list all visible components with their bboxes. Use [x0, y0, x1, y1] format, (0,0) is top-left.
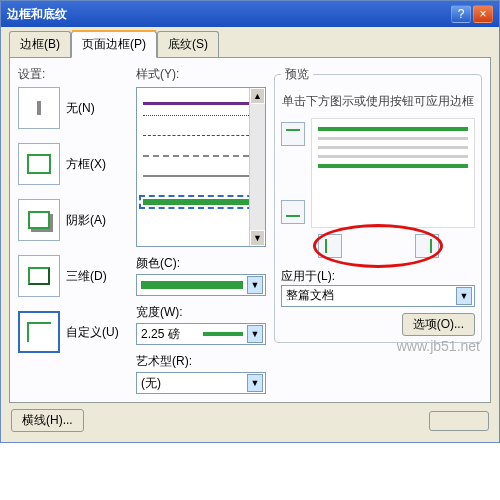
art-value: (无) — [141, 375, 247, 392]
apply-value: 整篇文档 — [286, 287, 456, 304]
setting-shadow[interactable]: 阴影(A) — [18, 199, 128, 241]
preview-bottom-buttons — [281, 234, 475, 258]
border-top-button[interactable] — [281, 122, 305, 146]
title-bar: 边框和底纹 ? × — [1, 1, 499, 27]
style-label: 样式(Y): — [136, 66, 266, 83]
art-dropdown[interactable]: (无) ▼ — [136, 372, 266, 394]
style-option-selected[interactable] — [143, 199, 259, 205]
style-scrollbar[interactable]: ▲ ▼ — [249, 88, 265, 246]
setting-custom-icon — [18, 311, 60, 353]
horizontal-line-button[interactable]: 横线(H)... — [11, 409, 84, 432]
scroll-up-icon[interactable]: ▲ — [250, 88, 265, 104]
border-bottom-button[interactable] — [281, 200, 305, 224]
tab-page-border[interactable]: 页面边框(P) — [71, 31, 157, 58]
chevron-down-icon: ▼ — [247, 325, 263, 343]
width-dropdown[interactable]: 2.25 磅 ▼ — [136, 323, 266, 345]
style-listbox[interactable]: ▲ ▼ — [136, 87, 266, 247]
dialog-footer: 横线(H)... — [9, 403, 491, 434]
style-option[interactable] — [143, 115, 259, 131]
apply-to-dropdown[interactable]: 整篇文档 ▼ — [281, 285, 475, 307]
tab-panel: 设置: 无(N) 方框(X) 阴影(A) 三维(D) — [9, 57, 491, 403]
tab-border[interactable]: 边框(B) — [9, 31, 71, 58]
setting-box[interactable]: 方框(X) — [18, 143, 128, 185]
color-swatch — [141, 281, 243, 289]
close-button[interactable]: × — [473, 5, 493, 23]
settings-label: 设置: — [18, 66, 128, 83]
setting-none-icon — [18, 87, 60, 129]
setting-custom[interactable]: 自定义(U) — [18, 311, 128, 353]
options-button[interactable]: 选项(O)... — [402, 313, 475, 336]
style-column: 样式(Y): ▲ ▼ 颜色(C): ▼ — [136, 66, 266, 394]
setting-box-label: 方框(X) — [66, 156, 106, 173]
border-left-button[interactable] — [318, 234, 342, 258]
preview-column: 预览 单击下方图示或使用按钮可应用边框 — [274, 66, 482, 394]
setting-none[interactable]: 无(N) — [18, 87, 128, 129]
width-value: 2.25 磅 — [141, 326, 203, 343]
setting-custom-label: 自定义(U) — [66, 324, 119, 341]
preview-hint: 单击下方图示或使用按钮可应用边框 — [281, 93, 475, 110]
setting-shadow-label: 阴影(A) — [66, 212, 106, 229]
preview-text-line — [318, 137, 468, 140]
style-option[interactable] — [143, 155, 259, 171]
style-option[interactable] — [143, 135, 259, 151]
width-swatch — [203, 332, 243, 336]
setting-3d-label: 三维(D) — [66, 268, 107, 285]
setting-shadow-icon — [18, 199, 60, 241]
setting-3d-icon — [18, 255, 60, 297]
preview-border-line — [318, 127, 468, 131]
window-title: 边框和底纹 — [7, 6, 67, 23]
setting-none-label: 无(N) — [66, 100, 95, 117]
preview-text-line — [318, 146, 468, 149]
tab-shading[interactable]: 底纹(S) — [157, 31, 219, 58]
setting-box-icon — [18, 143, 60, 185]
color-dropdown[interactable]: ▼ — [136, 274, 266, 296]
preview-document[interactable] — [311, 118, 475, 228]
preview-side-buttons — [281, 118, 307, 228]
style-option[interactable] — [143, 175, 259, 191]
tab-strip: 边框(B) 页面边框(P) 底纹(S) — [9, 31, 491, 58]
preview-legend: 预览 — [281, 66, 313, 83]
preview-text-line — [318, 155, 468, 158]
settings-column: 设置: 无(N) 方框(X) 阴影(A) 三维(D) — [18, 66, 128, 394]
art-label: 艺术型(R): — [136, 353, 266, 370]
help-button[interactable]: ? — [451, 5, 471, 23]
border-right-button[interactable] — [415, 234, 439, 258]
style-option[interactable] — [143, 102, 259, 105]
chevron-down-icon: ▼ — [456, 287, 472, 305]
dialog-body: 边框(B) 页面边框(P) 底纹(S) 设置: 无(N) 方框(X) 阴影(A) — [1, 27, 499, 442]
color-label: 颜色(C): — [136, 255, 266, 272]
setting-3d[interactable]: 三维(D) — [18, 255, 128, 297]
titlebar-buttons: ? × — [451, 5, 493, 23]
preview-area — [281, 118, 475, 228]
dialog-window: 边框和底纹 ? × 边框(B) 页面边框(P) 底纹(S) 设置: 无(N) 方… — [0, 0, 500, 443]
ok-button[interactable] — [429, 411, 489, 431]
footer-right — [429, 411, 489, 431]
options-row: 选项(O)... — [281, 313, 475, 336]
preview-border-line — [318, 164, 468, 168]
width-label: 宽度(W): — [136, 304, 266, 321]
scroll-down-icon[interactable]: ▼ — [250, 230, 265, 246]
apply-label: 应用于(L): — [281, 268, 475, 285]
apply-to-row: 应用于(L): 整篇文档 ▼ — [281, 268, 475, 307]
preview-group: 预览 单击下方图示或使用按钮可应用边框 — [274, 66, 482, 343]
chevron-down-icon: ▼ — [247, 276, 263, 294]
chevron-down-icon: ▼ — [247, 374, 263, 392]
